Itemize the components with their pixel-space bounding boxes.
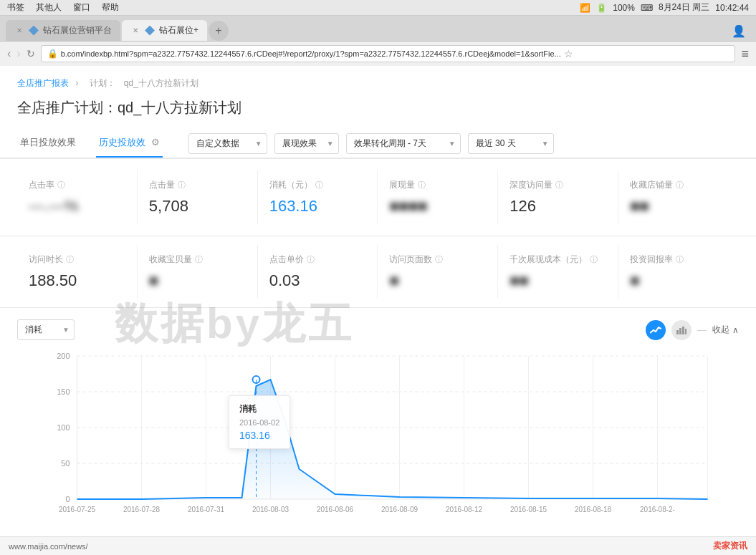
metric-item-favs-value: ■	[149, 271, 246, 290]
chart-controls: — 收起 ∧	[646, 320, 739, 340]
breadcrumb: 全店推广报表 › 计划：qd_十八方拉新计划	[0, 66, 756, 95]
browser-tab-2[interactable]: ✕ 钻石展位+	[122, 20, 207, 41]
tab-close-1[interactable]: ✕	[14, 26, 24, 36]
tabs-row: 单日投放效果 历史投放效 ⚙ 自定义数据 ▼ 展现效果 ▼ 效果转化周期 - 7…	[0, 129, 756, 158]
metric-page-views: 访问页面数 ⓘ ■	[378, 245, 498, 299]
chart-svg: 200 150 100 50 0	[17, 349, 739, 521]
metric-click-rate-info[interactable]: ⓘ	[57, 180, 65, 190]
tab-favicon-1	[29, 26, 39, 36]
chart-collapse-label: 收起	[712, 324, 729, 336]
chart-line-btn[interactable]	[646, 320, 666, 340]
metric-spend-info[interactable]: ⓘ	[315, 180, 323, 190]
svg-text:100: 100	[57, 423, 70, 432]
chart-container: 200 150 100 50 0	[17, 349, 739, 521]
svg-text:150: 150	[57, 387, 70, 396]
metric-duration-value: 188.50	[29, 271, 125, 290]
menu-item-bookmarks[interactable]: 书签	[7, 1, 24, 14]
metric-item-favs-info[interactable]: ⓘ	[195, 254, 203, 265]
svg-text:2016-07-31: 2016-07-31	[188, 506, 225, 513]
metric-page-views-info[interactable]: ⓘ	[435, 254, 443, 265]
metric-roi-value: ■	[630, 271, 727, 290]
tab-bar: ✕ 钻石展位营销平台 ✕ 钻石展位+ + 👤	[0, 20, 756, 41]
metric-click-count-info[interactable]: ⓘ	[178, 180, 186, 190]
keyboard-icon: ⌨	[641, 3, 653, 13]
browser-tab-1[interactable]: ✕ 钻石展位营销平台	[6, 20, 120, 41]
date-display: 8月24日 周三	[659, 1, 709, 14]
breadcrumb-current: qd_十八方拉新计划	[124, 78, 198, 88]
metric-duration-info[interactable]: ⓘ	[66, 254, 74, 265]
metric-click-rate: 点击率 ⓘ —.—%	[17, 170, 138, 224]
metric-roi-label: 投资回报率	[630, 254, 673, 266]
metric-store-favs-info[interactable]: ⓘ	[676, 180, 684, 190]
chart-bar-btn[interactable]	[671, 320, 692, 340]
filter-conversion-cycle[interactable]: 效果转化周期 - 7天 ▼	[346, 133, 461, 154]
metric-cpm-value: ■■	[509, 271, 606, 290]
tooltip-title: 消耗	[239, 403, 279, 415]
profile-icon[interactable]: 👤	[732, 24, 746, 38]
metric-page-views-label: 访问页面数	[389, 254, 432, 266]
bottom-url: www.maijia.com/news/	[9, 542, 88, 551]
metric-cpc: 点击单价 ⓘ 0.03	[258, 245, 378, 299]
metric-cpm-label: 千次展现成本（元）	[509, 254, 587, 266]
bookmark-star-icon[interactable]: ☆	[564, 48, 573, 59]
battery-icon: 🔋	[596, 3, 607, 13]
metric-deep-visits-label: 深度访问量	[509, 179, 552, 191]
tooltip-date: 2016-08-02	[239, 418, 279, 427]
menu-item-others[interactable]: 其他人	[36, 1, 62, 14]
metric-click-rate-value: —.—%	[29, 197, 125, 216]
metric-item-favs-label: 收藏宝贝量	[149, 254, 192, 266]
breadcrumb-parent-link[interactable]: 全店推广报表	[17, 78, 69, 88]
tab-history-gear-icon[interactable]: ⚙	[151, 137, 160, 148]
tab-history[interactable]: 历史投放效 ⚙	[96, 129, 163, 158]
browser-menu-icon[interactable]: ≡	[741, 47, 749, 62]
chart-type-dropdown[interactable]: 消耗 ▼	[17, 319, 75, 340]
bottom-bar: www.maijia.com/news/ 卖家资讯	[0, 536, 756, 555]
svg-rect-2	[682, 327, 684, 334]
metric-deep-visits: 深度访问量 ⓘ 126	[498, 170, 618, 224]
metric-impressions-info[interactable]: ⓘ	[418, 180, 426, 190]
svg-text:2016-08-15: 2016-08-15	[510, 506, 547, 513]
metric-cpc-label: 点击单价	[269, 254, 304, 266]
address-field[interactable]: 🔒 b.com/indexbp.html?spm=a2322.7757432.1…	[41, 45, 736, 62]
back-button[interactable]: ‹	[7, 47, 11, 60]
filter-cycle-arrow: ▼	[449, 140, 456, 148]
tab-label-1: 钻石展位营销平台	[43, 24, 112, 37]
tab-history-label: 历史投放效	[99, 137, 145, 148]
filter-display-effect[interactable]: 展现效果 ▼	[274, 133, 339, 154]
filter-display-label: 展现效果	[282, 137, 317, 150]
url-text: b.com/indexbp.html?spm=a2322.7757432.122…	[61, 49, 561, 58]
metric-store-favs-value: ■■	[630, 197, 727, 216]
filter-cycle-label: 效果转化周期 - 7天	[354, 137, 426, 150]
menu-item-window[interactable]: 窗口	[73, 1, 90, 14]
svg-rect-0	[676, 330, 679, 334]
metric-cpc-info[interactable]: ⓘ	[307, 254, 315, 265]
svg-marker-25	[77, 380, 708, 499]
chart-divider: —	[697, 324, 707, 335]
chart-collapse-btn[interactable]: 收起 ∧	[712, 324, 739, 336]
chart-tooltip: 消耗 2016-08-02 163.16	[229, 395, 290, 449]
tab-close-2[interactable]: ✕	[130, 26, 140, 36]
metric-roi-info[interactable]: ⓘ	[676, 254, 684, 265]
svg-text:2016-07-25: 2016-07-25	[59, 506, 96, 513]
browser-chrome: ✕ 钻石展位营销平台 ✕ 钻石展位+ + 👤 ‹ › ↻ 🔒 b.com/ind…	[0, 16, 756, 66]
metric-click-count-value: 5,708	[149, 197, 246, 216]
metric-spend: 消耗（元） ⓘ 163.16	[258, 170, 378, 224]
filter-date-arrow: ▼	[542, 140, 549, 148]
metric-deep-visits-value: 126	[509, 197, 606, 216]
filter-custom-data[interactable]: 自定义数据 ▼	[188, 133, 267, 154]
metric-spend-value: 163.16	[269, 197, 366, 216]
metric-deep-visits-info[interactable]: ⓘ	[555, 180, 563, 190]
chart-type-arrow: ▼	[62, 326, 70, 334]
svg-text:2016-08-09: 2016-08-09	[381, 506, 418, 513]
tab-daily[interactable]: 单日投放效果	[17, 129, 79, 158]
new-tab-button[interactable]: +	[209, 21, 229, 41]
page-content: 全店推广报表 › 计划：qd_十八方拉新计划 全店推广计划：qd_十八方拉新计划…	[0, 66, 756, 535]
metric-cpm-info[interactable]: ⓘ	[590, 254, 598, 265]
time-display: 10:42:44	[715, 3, 749, 13]
filter-date-range[interactable]: 最近 30 天 ▼	[468, 133, 554, 154]
svg-text:50: 50	[61, 459, 70, 468]
filter-display-arrow: ▼	[327, 140, 334, 148]
forward-button[interactable]: ›	[16, 47, 20, 60]
refresh-button[interactable]: ↻	[27, 48, 35, 59]
menu-item-help[interactable]: 帮助	[102, 1, 119, 14]
